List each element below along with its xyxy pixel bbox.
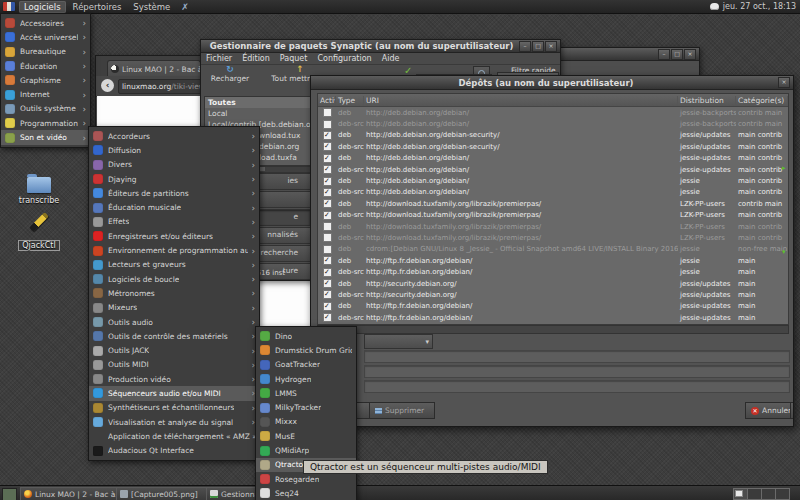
repo-row[interactable]: deb-src http://download.tuxfamily.org/li… <box>318 210 788 221</box>
repo-row[interactable]: deb-src http://ftp.fr.debian.org/debian/… <box>318 312 788 323</box>
text-entry[interactable] <box>364 380 790 393</box>
menu-item[interactable]: Effets <box>89 215 259 229</box>
workspace-cell[interactable] <box>775 488 790 500</box>
menu-item[interactable]: Séquenceurs audio et/ou MIDI <box>89 386 259 400</box>
menu-item[interactable]: Application de téléchargement « AMZ » <box>89 429 259 443</box>
column-header[interactable]: Activé <box>318 96 336 105</box>
menu-item[interactable]: Accessoires <box>1 16 90 30</box>
text-entry[interactable] <box>364 365 790 378</box>
table-hscrollbar[interactable] <box>317 325 789 334</box>
menu-item[interactable]: Visualisation et analyse du signal <box>89 415 259 429</box>
enabled-checkbox[interactable] <box>323 120 332 129</box>
firefox-tab[interactable]: Linux MAO | 2 - Bac à... <box>107 60 201 77</box>
repo-row[interactable]: deb http://ftp.fr.debian.org/debian/ jes… <box>318 255 788 266</box>
repo-row[interactable]: deb http://download.tuxfamily.org/libraz… <box>318 198 788 209</box>
repo-row[interactable]: deb http://ftp.fr.debian.org/debian/ jes… <box>318 301 788 312</box>
menubar-item[interactable]: Aide <box>377 54 405 63</box>
menu-item[interactable]: Son et vidéo <box>1 130 90 144</box>
menubar-item[interactable]: Configuration <box>312 54 376 63</box>
repo-row[interactable]: deb http://deb.debian.org/debian/ jessie… <box>318 153 788 164</box>
menu-item[interactable]: QMidiArp <box>256 443 356 457</box>
enabled-checkbox[interactable] <box>323 165 332 174</box>
repo-row[interactable]: deb-src http://deb.debian.org/debian/ je… <box>318 118 788 129</box>
enabled-checkbox[interactable] <box>323 256 332 265</box>
repo-row[interactable]: deb http://deb.debian.org/debian/ jessie… <box>318 175 788 186</box>
window-control-icon[interactable]: – <box>658 49 670 60</box>
enabled-checkbox[interactable] <box>323 222 332 231</box>
wrench-icon[interactable]: ✗ <box>181 2 189 12</box>
enabled-checkbox[interactable] <box>323 211 332 220</box>
menu-item[interactable]: Accordeurs <box>89 129 259 143</box>
window-control-icon[interactable]: – <box>519 41 531 52</box>
menu-item[interactable]: Outils système <box>1 102 90 116</box>
menu-item[interactable]: Diffusion <box>89 143 259 157</box>
menu-item[interactable]: Environnement de programmation audio <box>89 243 259 257</box>
enabled-checkbox[interactable] <box>323 268 332 277</box>
background-window-titlebar[interactable]: –□× <box>558 48 699 61</box>
desktop-icon-qjackctl[interactable]: QjackCtl <box>8 211 70 252</box>
filter-list-item[interactable]: Local <box>205 108 312 119</box>
menu-item[interactable]: Accès universel <box>1 30 90 44</box>
menu-item[interactable]: Hydrogen <box>256 372 356 386</box>
menu-item[interactable]: Métronomes <box>89 286 259 300</box>
workspace-cell[interactable] <box>733 488 748 500</box>
menu-item[interactable]: Divers <box>89 158 259 172</box>
enabled-checkbox[interactable] <box>323 199 332 208</box>
menu-item[interactable]: Mixxx <box>256 415 356 429</box>
text-entry[interactable] <box>364 350 790 363</box>
back-button[interactable]: ‹ <box>101 79 114 92</box>
enabled-checkbox[interactable] <box>323 154 332 163</box>
enabled-checkbox[interactable] <box>323 188 332 197</box>
reload-button[interactable]: ↻ Recharger <box>206 65 254 83</box>
enabled-checkbox[interactable] <box>323 290 332 299</box>
distro-logo-icon[interactable] <box>3 2 15 11</box>
menu-item[interactable]: Synthétiseurs et échantillonneurs <box>89 401 259 415</box>
workspace-cell[interactable] <box>761 488 776 500</box>
repo-row[interactable]: deb http://deb.debian.org/debian/ jessie… <box>318 107 788 118</box>
menu-item[interactable]: Programmation <box>1 116 90 130</box>
menu-item[interactable]: GoatTracker <box>256 358 356 372</box>
enabled-checkbox[interactable] <box>323 177 332 186</box>
repo-row[interactable]: deb-src http://deb.debian.org/debian-sec… <box>318 141 788 152</box>
synaptic-titlebar[interactable]: Gestionnaire de paquets Synaptic (au nom… <box>201 40 560 53</box>
show-desktop-button[interactable] <box>2 488 17 500</box>
menu-item[interactable]: Djaying <box>89 172 259 186</box>
repo-row[interactable]: deb-src http://deb.debian.org/debian/ je… <box>318 187 788 198</box>
menu-item[interactable]: Bureautique <box>1 45 90 59</box>
window-control-icon[interactable]: □ <box>671 49 683 60</box>
column-header[interactable]: URI <box>364 96 678 105</box>
repo-row[interactable]: deb-src http://download.tuxfamily.org/li… <box>318 232 788 243</box>
menu-item[interactable]: Outils de contrôle des matériels <box>89 329 259 343</box>
menu-item[interactable]: Lecteurs et graveurs <box>89 258 259 272</box>
menu-item[interactable]: LMMS <box>256 386 356 400</box>
enabled-checkbox[interactable] <box>323 245 332 254</box>
filter-list-item[interactable]: Toutes <box>205 97 312 108</box>
repo-row[interactable]: deb http://security.debian.org/ jessie/u… <box>318 278 788 289</box>
menubar-item[interactable]: Fichier <box>201 54 237 63</box>
panel-menu-item[interactable]: Système <box>128 1 175 13</box>
type-combobox[interactable]: ▾ <box>364 334 433 349</box>
column-header[interactable]: Type <box>336 96 364 105</box>
taskbar-item-capture[interactable]: [Capture005.png] <box>116 487 210 500</box>
menu-item[interactable]: Internet <box>1 87 90 101</box>
enabled-checkbox[interactable] <box>323 108 332 117</box>
column-header[interactable]: Catégorie(s) <box>736 96 788 105</box>
menu-item[interactable]: Outils audio <box>89 315 259 329</box>
menu-item[interactable]: Enregistreurs et/ou éditeurs <box>89 229 259 243</box>
menu-item[interactable]: Éducation musicale <box>89 200 259 214</box>
menu-item[interactable]: Audacious Qt Interface <box>89 444 259 458</box>
cancel-button[interactable]: ✕ Annuler <box>745 402 794 419</box>
window-control-icon[interactable]: × <box>545 41 557 52</box>
menu-item[interactable]: Graphisme <box>1 73 90 87</box>
menu-item[interactable]: Logiciels de boucle <box>89 272 259 286</box>
repo-row[interactable]: deb http://deb.debian.org/debian-securit… <box>318 130 788 141</box>
repo-row[interactable]: deb cdrom:[Debian GNU/Linux 8 _Jessie_ -… <box>318 244 788 255</box>
dialog-titlebar[interactable]: Dépôts (au nom du superutilisateur) × <box>311 76 793 90</box>
menu-item[interactable]: Production vidéo <box>89 372 259 386</box>
panel-menu-item[interactable]: Logiciels <box>19 1 66 13</box>
menu-item[interactable]: Dino <box>256 329 356 343</box>
close-icon[interactable]: × <box>778 77 790 88</box>
menu-item[interactable]: Éditeurs de partitions <box>89 186 259 200</box>
taskbar-item-firefox[interactable]: Linux MAO | 2 - Bac à... <box>20 487 120 500</box>
menu-item[interactable]: MilkyTracker <box>256 400 356 414</box>
